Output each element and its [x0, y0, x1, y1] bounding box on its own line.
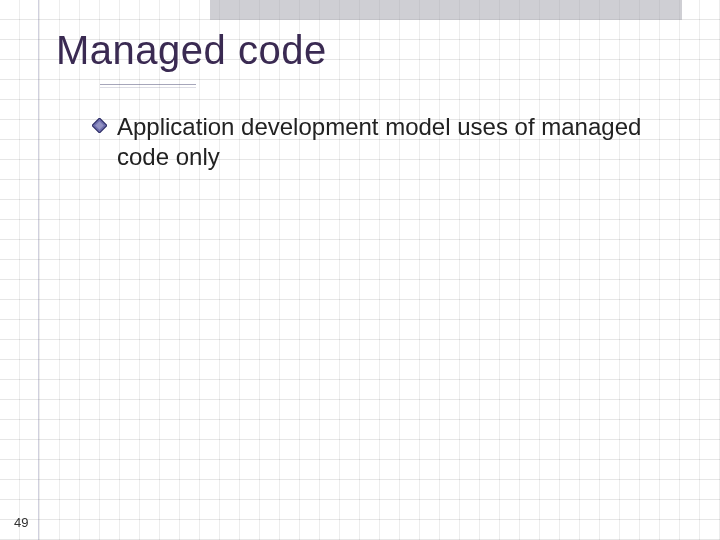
- bullet-item: Application development model uses of ma…: [92, 112, 650, 172]
- slide-body: Application development model uses of ma…: [92, 112, 650, 172]
- bullet-text: Application development model uses of ma…: [117, 112, 650, 172]
- page-number: 49: [14, 515, 28, 530]
- slide: Managed code Application development mod…: [0, 0, 720, 540]
- slide-title: Managed code: [56, 28, 327, 73]
- margin-line: [38, 0, 39, 540]
- diamond-bullet-icon: [92, 118, 107, 133]
- rule-lines: [0, 0, 720, 540]
- title-bar-shade: [210, 0, 682, 20]
- title-underline: [100, 84, 196, 88]
